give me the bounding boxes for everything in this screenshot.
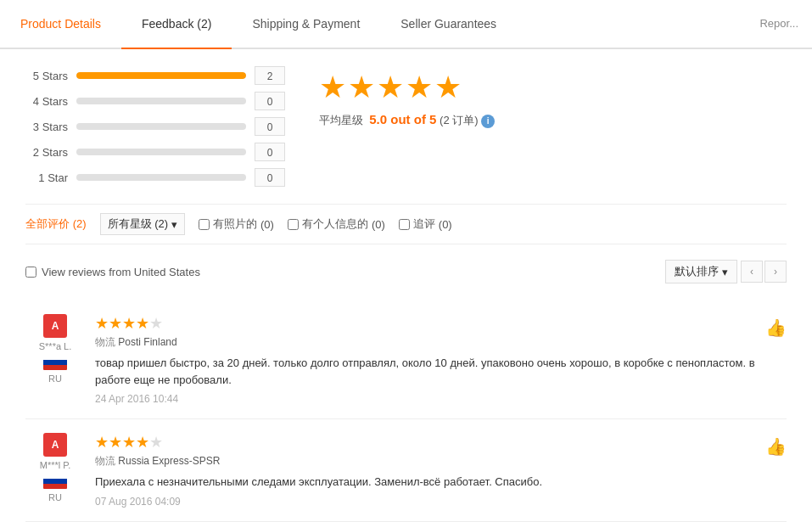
bar-count: 0 <box>255 168 285 187</box>
chevron-down-icon: ▾ <box>171 218 177 231</box>
country-flag <box>43 355 67 370</box>
average-label: 平均星级 <box>319 114 363 126</box>
score-value: 5.0 out of 5 <box>369 112 436 126</box>
bar-label: 2 Stars <box>25 146 68 159</box>
rating-section: 5 Stars 2 4 Stars 0 3 Stars 0 2 Stars 0 <box>25 66 787 187</box>
followup-filter[interactable]: 追评(0) <box>399 216 452 232</box>
with-photos-filter[interactable]: 有照片的(0) <box>199 216 274 232</box>
bar-label: 1 Star <box>25 171 68 184</box>
bar-label: 3 Stars <box>25 121 68 133</box>
sort-button[interactable]: 默认排序 ▾ <box>665 260 737 283</box>
avatar: A <box>43 433 67 457</box>
chevron-down-icon: ▾ <box>722 266 728 278</box>
logistics-value: Russia Express-SPSR <box>118 455 220 467</box>
bar-count: 2 <box>255 66 285 85</box>
bar-label: 4 Stars <box>25 95 68 108</box>
view-reviews-row: View reviews from United States 默认排序 ▾ ‹… <box>25 253 787 290</box>
view-reviews-left: View reviews from United States <box>25 266 200 278</box>
username: M***l P. <box>40 460 70 470</box>
tab-shipping[interactable]: Shipping & Payment <box>232 0 380 49</box>
bar-row: 1 Star 0 <box>25 168 285 187</box>
country-code: RU <box>48 492 62 502</box>
review-date: 24 Apr 2016 10:44 <box>95 393 755 405</box>
review-date: 07 Aug 2016 04:09 <box>95 496 755 508</box>
review-item: A S***a L. RU ★★★★★ 物流 Posti Finland тов… <box>25 300 787 419</box>
thumbs-up-icon: 👍 <box>765 436 787 457</box>
content-area: 5 Stars 2 4 Stars 0 3 Stars 0 2 Stars 0 <box>0 49 812 522</box>
thumbs-up-icon: 👍 <box>765 317 787 338</box>
orders-count: (2 订单) <box>440 114 479 126</box>
reviewer-info: A M***l P. RU <box>25 433 85 502</box>
bar-label: 5 Stars <box>25 70 68 82</box>
with-personal-filter[interactable]: 有个人信息的(0) <box>288 216 385 232</box>
logistics: 物流 Russia Express-SPSR <box>95 454 755 469</box>
tab-seller-guarantees[interactable]: Seller Guarantees <box>380 0 517 49</box>
bar-row: 2 Stars 0 <box>25 143 285 161</box>
bar-count: 0 <box>255 92 285 110</box>
review-stars: ★★★★★ <box>95 314 755 333</box>
bar-count: 0 <box>255 143 285 161</box>
sort-right: 默认排序 ▾ ‹ › <box>665 260 787 283</box>
bar-fill <box>76 72 246 79</box>
like-button[interactable]: 👍 <box>765 433 787 457</box>
review-text: Приехала с незначительными следами экспл… <box>95 474 755 491</box>
rating-text: 平均星级 5.0 out of 5 (2 订单) i <box>319 112 495 128</box>
tab-product-details[interactable]: Product Details <box>0 0 121 49</box>
bar-row: 3 Stars 0 <box>25 117 285 136</box>
bar-track <box>76 123 246 130</box>
review-stars: ★★★★★ <box>95 433 755 452</box>
view-reviews-checkbox[interactable] <box>25 267 36 278</box>
logistics: 物流 Posti Finland <box>95 335 755 350</box>
tab-feedback[interactable]: Feedback (2) <box>121 0 232 49</box>
tabs-bar: Product Details Feedback (2) Shipping & … <box>0 0 812 49</box>
view-reviews-label: View reviews from United States <box>42 266 200 278</box>
review-text: товар пришел быстро, за 20 дней. только … <box>95 355 755 388</box>
review-body: ★★★★★ 物流 Russia Express-SPSR Приехала с … <box>95 433 755 508</box>
rating-bars: 5 Stars 2 4 Stars 0 3 Stars 0 2 Stars 0 <box>25 66 285 187</box>
filter-bar: 全部评价 (2) 所有星级 (2) ▾ 有照片的(0) 有个人信息的(0) 追评… <box>25 204 787 244</box>
stars-filter-select[interactable]: 所有星级 (2) ▾ <box>100 213 186 235</box>
username: S***a L. <box>39 341 72 351</box>
bar-track <box>76 72 246 79</box>
followup-checkbox[interactable] <box>399 219 410 230</box>
bar-count: 0 <box>255 117 285 136</box>
bar-track <box>76 174 246 181</box>
review-item: A M***l P. RU ★★★★★ 物流 Russia Express-SP… <box>25 419 787 522</box>
next-page-button[interactable]: › <box>764 261 787 283</box>
tab-report[interactable]: Repor... <box>746 0 812 48</box>
with-photos-checkbox[interactable] <box>199 219 210 230</box>
bar-row: 4 Stars 0 <box>25 92 285 110</box>
info-icon[interactable]: i <box>481 115 495 128</box>
review-body: ★★★★★ 物流 Posti Finland товар пришел быст… <box>95 314 755 405</box>
bar-row: 5 Stars 2 <box>25 66 285 85</box>
bar-track <box>76 98 246 104</box>
like-button[interactable]: 👍 <box>765 314 787 338</box>
bar-track <box>76 149 246 155</box>
country-flag <box>43 474 67 489</box>
reviewer-info: A S***a L. RU <box>25 314 85 384</box>
overall-rating: ★★★★★ 平均星级 5.0 out of 5 (2 订单) i <box>319 66 495 128</box>
country-code: RU <box>48 373 62 384</box>
prev-page-button[interactable]: ‹ <box>741 261 763 283</box>
all-reviews-label: 全部评价 (2) <box>25 216 87 232</box>
reviews-list: A S***a L. RU ★★★★★ 物流 Posti Finland тов… <box>25 300 787 522</box>
logistics-value: Posti Finland <box>118 336 176 348</box>
with-personal-checkbox[interactable] <box>288 219 299 230</box>
overall-stars: ★★★★★ <box>319 70 495 105</box>
avatar: A <box>43 314 67 338</box>
pagination-nav: ‹ › <box>741 261 787 283</box>
